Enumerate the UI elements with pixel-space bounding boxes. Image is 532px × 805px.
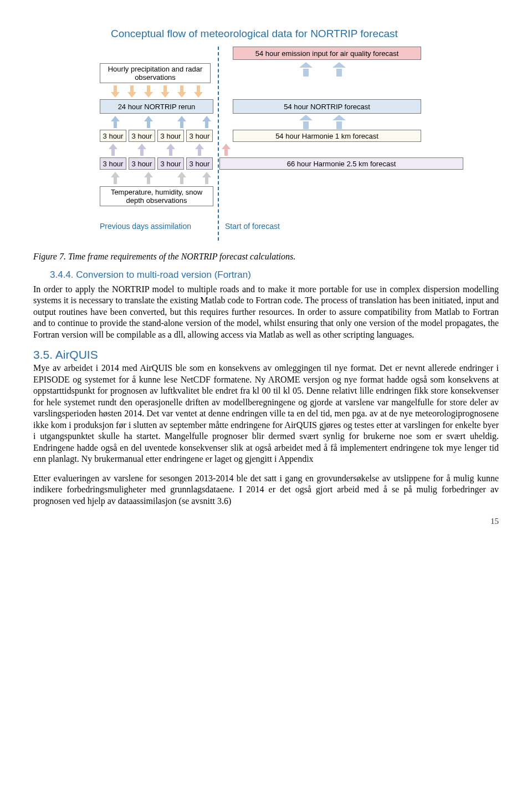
box-nortrip-rerun: 24 hour NORTRIP rerun: [100, 99, 213, 114]
arrow-up-icon: [109, 144, 117, 156]
arrow-down-icon: [161, 85, 170, 98]
arrow-up-icon: [332, 62, 346, 77]
arrow-up-icon: [177, 116, 186, 128]
arrow-down-icon: [144, 85, 153, 98]
box-precip-obs: Hourly precipitation and radar observati…: [100, 63, 211, 83]
box-harmonie-1km: 54 hour Harmonie 1 km forecast: [233, 130, 421, 142]
nortrip-flow-diagram: Conceptual flow of meteorological data f…: [55, 28, 477, 241]
page-number: 15: [33, 517, 499, 526]
box-3hour: 3 hour: [157, 130, 184, 142]
forecast-start-divider: [218, 47, 219, 241]
paragraph-344: In order to apply the NORTRIP model to m…: [33, 284, 499, 340]
arrow-up-icon: [202, 172, 211, 184]
arrow-up-icon: [177, 172, 186, 184]
box-nortrip-forecast: 54 hour NORTRIP forecast: [233, 99, 421, 114]
paragraph-35-2: Etter evalueringen av varslene for seson…: [33, 473, 499, 507]
box-3hour: 3 hour: [186, 157, 213, 170]
arrow-up-icon: [111, 172, 120, 184]
figure-caption: Figure 7. Time frame requirements of the…: [33, 252, 499, 262]
arrow-up-icon: [195, 144, 204, 156]
diagram-title: Conceptual flow of meteorological data f…: [111, 28, 477, 40]
heading-35: 3.5. AirQUIS: [33, 348, 499, 361]
arrow-up-icon: [144, 172, 153, 184]
legend-previous-days: Previous days assimilation: [100, 222, 191, 231]
arrow-down-icon: [177, 85, 186, 98]
box-3hour: 3 hour: [186, 130, 213, 142]
arrow-up-icon: [137, 144, 146, 156]
heading-344: 3.4.4. Conversion to multi-road version …: [50, 269, 499, 281]
arrow-up-icon: [202, 116, 211, 128]
arrow-down-icon: [194, 85, 203, 98]
box-3hour: 3 hour: [100, 157, 126, 170]
arrow-up-icon: [299, 115, 313, 129]
arrow-up-icon: [332, 115, 346, 129]
arrow-down-icon: [111, 85, 120, 98]
arrow-down-icon: [127, 85, 136, 98]
box-3hour: 3 hour: [129, 130, 155, 142]
box-harmonie-25km: 66 hour Harmonie 2.5 km forecast: [219, 157, 463, 170]
box-3hour: 3 hour: [129, 157, 155, 170]
diagram-stage: 54 hour emission input for air quality f…: [55, 47, 477, 241]
arrow-up-icon: [111, 116, 120, 128]
box-3hour: 3 hour: [157, 157, 184, 170]
arrow-up-icon: [299, 62, 313, 77]
arrow-up-icon: [144, 116, 153, 128]
legend-start-forecast: Start of forecast: [225, 222, 280, 231]
arrow-up-icon: [222, 144, 231, 156]
paragraph-35-1: Mye av arbeidet i 2014 med AirQUIS ble s…: [33, 363, 499, 465]
arrow-up-icon: [166, 144, 175, 156]
box-emission-input: 54 hour emission input for air quality f…: [233, 47, 421, 60]
box-temp-obs: Temperature, humidity, snow depth observ…: [100, 186, 213, 206]
box-3hour: 3 hour: [100, 130, 126, 142]
